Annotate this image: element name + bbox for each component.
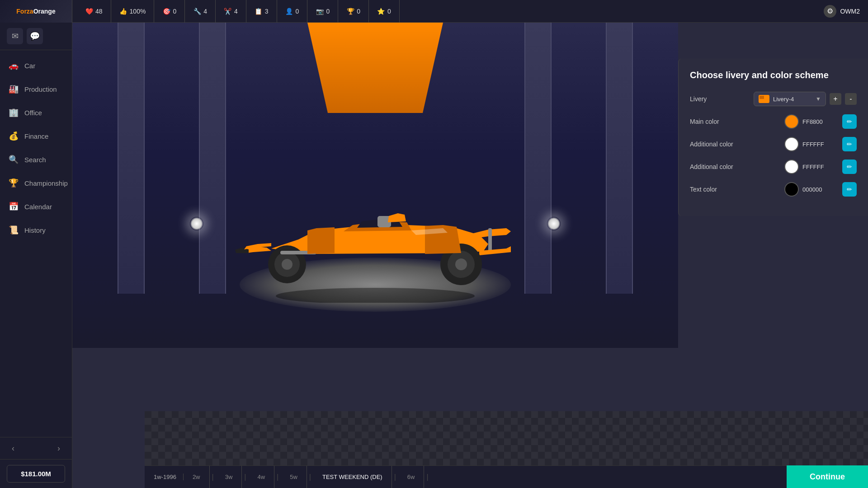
color-swatch-2[interactable]	[784, 160, 799, 174]
nav-label-calendar: Calendar	[24, 203, 52, 211]
pillar-left-1	[118, 23, 145, 294]
stat-value-tools: 4	[234, 8, 238, 15]
week-item-w5: 5w	[281, 466, 307, 488]
svg-point-0	[276, 288, 475, 303]
sidebar-item-finance[interactable]: 💰Finance	[0, 124, 72, 148]
garage-upper-decoration	[307, 23, 443, 113]
livery-dropdown[interactable]: Livery-4 ▼	[754, 92, 826, 106]
nav-icon-championship: 🏆	[8, 178, 19, 188]
f1-car-svg	[217, 176, 533, 303]
continue-button[interactable]: Continue	[787, 465, 868, 488]
car-view	[72, 23, 678, 348]
color-edit-button-3[interactable]: ✏	[842, 182, 857, 197]
stat-staff: 👤0	[277, 0, 308, 23]
livery-control: Livery-4 ▼ + -	[754, 92, 857, 106]
sidebar-next-arrow[interactable]: ›	[52, 442, 65, 455]
week-separator: |	[274, 473, 281, 481]
livery-add-button[interactable]: +	[830, 93, 841, 105]
svg-point-8	[455, 258, 467, 270]
color-rows-container: Main color FF8800 ✏ Additional color FFF…	[690, 114, 857, 197]
stat-stars: ⭐0	[369, 0, 400, 23]
sidebar-item-production[interactable]: 🏭Production	[0, 77, 72, 101]
livery-chevron-icon: ▼	[816, 96, 821, 102]
color-label-1: Additional color	[690, 141, 784, 148]
week-item-event: TEST WEEKEND (DE)	[313, 466, 392, 488]
pillar-right-2	[606, 23, 633, 294]
stat-icon-health: ❤️	[85, 7, 93, 15]
color-control-3: 000000 ✏	[784, 182, 857, 197]
logo-part2: Orange	[33, 8, 56, 15]
top-bar: ForzaOrange ❤️48👍100%🎯0🔧4✂️4📋3👤0📷0🏆0⭐0 ⚙…	[0, 0, 868, 23]
nav-label-finance: Finance	[24, 132, 48, 140]
stat-trophy: 🏆0	[338, 0, 369, 23]
sidebar-item-history[interactable]: 📜History	[0, 218, 72, 242]
color-row-2: Additional color FFFFFF ✏	[690, 160, 857, 174]
color-edit-button-1[interactable]: ✏	[842, 137, 857, 151]
sidebar-money: $181.00M	[0, 459, 72, 488]
color-edit-button-2[interactable]: ✏	[842, 160, 857, 174]
color-control-1: FFFFFF ✏	[784, 137, 857, 151]
sidebar-notifications: ✉ 💬	[0, 23, 72, 50]
color-label-0: Main color	[690, 118, 784, 125]
color-control-2: FFFFFF ✏	[784, 160, 857, 174]
nav-icon-office: 🏢	[8, 107, 19, 118]
nav-label-championship: Championship	[24, 179, 68, 187]
sidebar-item-office[interactable]: 🏢Office	[0, 101, 72, 124]
stat-value-tasks: 3	[265, 8, 269, 15]
week-items-container: 2w|3w|4w|5w|TEST WEEKEND (DE)|6w|	[184, 466, 859, 488]
stat-value-health: 48	[95, 8, 103, 15]
week-separator: |	[307, 473, 313, 481]
sidebar-item-car[interactable]: 🚗Car	[0, 54, 72, 77]
week-item-w3: 3w	[216, 466, 242, 488]
nav-label-search: Search	[24, 156, 46, 164]
color-hex-3: 000000	[802, 186, 839, 193]
logo: ForzaOrange	[0, 0, 72, 23]
sidebar-item-championship[interactable]: 🏆Championship	[0, 171, 72, 195]
stat-icon-tools: ✂️	[224, 7, 232, 15]
stat-media: 📷0	[307, 0, 338, 23]
color-row-1: Additional color FFFFFF ✏	[690, 137, 857, 151]
nav-icon-production: 🏭	[8, 84, 19, 94]
nav-label-car: Car	[24, 62, 35, 70]
chat-button[interactable]: 💬	[27, 28, 43, 44]
color-swatch-3[interactable]	[784, 182, 799, 197]
svg-point-5	[282, 259, 292, 270]
stat-value-media: 0	[326, 8, 330, 15]
color-swatch-1[interactable]	[784, 137, 799, 151]
stat-value-trophy: 0	[357, 8, 360, 15]
nav-label-history: History	[24, 226, 46, 234]
color-label-2: Additional color	[690, 163, 784, 170]
week-separator: |	[424, 473, 430, 481]
stat-icon-trophy: 🏆	[346, 7, 354, 15]
nav-icon-search: 🔍	[8, 154, 19, 165]
top-bar-user: ⚙ OWM2	[816, 5, 868, 18]
nav-label-production: Production	[24, 85, 57, 93]
color-edit-button-0[interactable]: ✏	[842, 114, 857, 129]
color-row-0: Main color FF8800 ✏	[690, 114, 857, 129]
week-item-w6: 6w	[398, 466, 425, 488]
color-hex-0: FF8800	[802, 118, 839, 125]
mail-button[interactable]: ✉	[7, 28, 23, 44]
stat-mechanics: 🔧4	[185, 0, 216, 23]
settings-icon[interactable]: ⚙	[824, 5, 836, 18]
sidebar-item-calendar[interactable]: 📅Calendar	[0, 195, 72, 218]
top-bar-stats: ❤️48👍100%🎯0🔧4✂️4📋3👤0📷0🏆0⭐0	[72, 0, 816, 23]
money-button[interactable]: $181.00M	[7, 465, 65, 483]
stat-icon-staff: 👤	[285, 7, 293, 15]
garage-light-left	[190, 217, 203, 230]
sidebar-item-search[interactable]: 🔍Search	[0, 148, 72, 171]
sidebar-prev-arrow[interactable]: ‹	[7, 442, 19, 455]
livery-row: Livery Livery-4 ▼ + -	[690, 92, 857, 106]
livery-panel: Choose livery and color scheme Livery Li…	[678, 59, 868, 216]
livery-remove-button[interactable]: -	[845, 93, 857, 105]
livery-icon	[759, 95, 769, 103]
svg-rect-11	[760, 96, 764, 99]
color-swatch-0[interactable]	[784, 114, 799, 129]
stat-tasks: 📋3	[246, 0, 277, 23]
nav-icon-finance: 💰	[8, 131, 19, 141]
stat-icon-mechanics: 🔧	[193, 7, 201, 15]
week-item-w2: 2w	[184, 466, 210, 488]
svg-rect-2	[488, 228, 492, 253]
sidebar-arrows: ‹ ›	[0, 437, 72, 459]
stat-tools: ✂️4	[216, 0, 246, 23]
